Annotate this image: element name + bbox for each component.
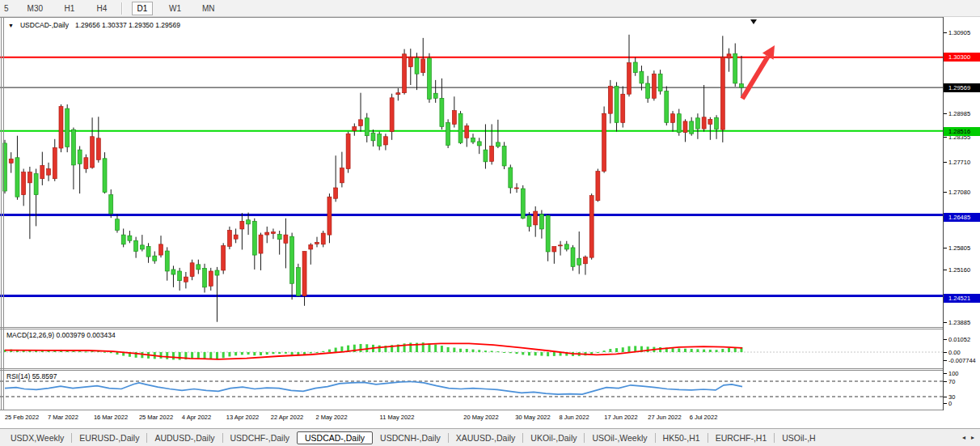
- tab-usdcad-daily[interactable]: USDCAD-,Daily: [297, 431, 373, 444]
- tab-eurusd-daily[interactable]: EURUSD-,Daily: [72, 432, 146, 444]
- date-tick-label: 20 May 2022: [463, 414, 498, 421]
- macd-label: MACD(12,26,9) 0.003979 0.003434: [6, 331, 116, 339]
- date-tick-label: 25 Feb 2022: [5, 414, 39, 421]
- axis-tick-label: 1.27710: [944, 158, 970, 166]
- timeframe-w1[interactable]: W1: [164, 2, 186, 15]
- axis-tick-label: 1.27080: [944, 188, 970, 196]
- tab-xauusd-daily[interactable]: XAUUSD-,Daily: [449, 432, 523, 444]
- tab-eurchf-h1[interactable]: EURCHF-,H1: [708, 432, 775, 444]
- axis-tick-label: 0.00: [944, 348, 961, 356]
- date-tick-label: 7 Mar 2022: [48, 414, 78, 421]
- horizontal-levels[interactable]: [0, 57, 943, 296]
- tab-audusd-daily[interactable]: AUDUSD-,Daily: [147, 432, 222, 444]
- tab-usdchf-daily[interactable]: USDCHF-,Daily: [223, 432, 298, 444]
- timeframe-toolbar: 5M30H1H4D1W1MN: [0, 0, 980, 17]
- tab-usoil-h[interactable]: USOil-,H: [775, 432, 822, 444]
- date-tick-label: 13 Apr 2022: [226, 414, 259, 421]
- timeframe-h4[interactable]: H4: [91, 2, 112, 15]
- axis-tick-label: 1.28985: [944, 109, 970, 117]
- date-tick-label: 4 Apr 2022: [182, 414, 211, 421]
- axis-tick-label: 0.01052: [944, 335, 970, 343]
- date-tick-label: 2 May 2022: [315, 414, 347, 421]
- date-tick-label: 11 May 2022: [380, 414, 415, 421]
- tab-ukoil-daily[interactable]: UKOil-,Daily: [523, 432, 584, 444]
- candlestick-series: [3, 35, 744, 322]
- timeframe-d1[interactable]: D1: [132, 2, 153, 15]
- axis-tick-label: 1.25160: [944, 265, 970, 274]
- ohlc-label: 1.29656 1.30337 1.29350 1.29569: [75, 21, 180, 29]
- price-badge: 1.29569: [944, 83, 980, 92]
- price-badge: 1.28516: [944, 127, 980, 136]
- date-tick-label: 16 Mar 2022: [94, 414, 128, 421]
- chart-title: ▼ USDCAD-,Daily 1.29656 1.30337 1.29350 …: [8, 21, 180, 29]
- chart-canvas[interactable]: [0, 17, 980, 410]
- price-badge: 1.24521: [944, 294, 980, 303]
- timeframe-5[interactable]: 5: [2, 2, 11, 15]
- symbol-label: USDCAD-,Daily: [20, 21, 69, 29]
- trend-arrow-annotation[interactable]: [742, 45, 775, 99]
- timeframe-h1[interactable]: H1: [59, 2, 80, 15]
- axis-tick-label: -0.007744: [944, 356, 976, 364]
- chart-panel[interactable]: ▼ USDCAD-,Daily 1.29656 1.30337 1.29350 …: [0, 17, 980, 410]
- date-tick-label: 27 Jun 2022: [648, 414, 681, 421]
- tab-scroll-left-icon[interactable]: ◂: [962, 434, 965, 441]
- chevron-down-icon[interactable]: ▼: [8, 23, 14, 28]
- axis-tick-label: 1.25805: [944, 244, 970, 252]
- toolbar-separator: [121, 2, 123, 15]
- date-tick-label: 8 Jun 2022: [559, 414, 589, 421]
- date-tick-label: 30 May 2022: [515, 414, 550, 421]
- date-tick-label: 25 Mar 2022: [139, 414, 173, 421]
- timeframe-m30[interactable]: M30: [23, 2, 48, 15]
- tab-usdx-weekly[interactable]: USDX,Weekly: [3, 432, 71, 444]
- chart-tabs: USDX,WeeklyEURUSD-,DailyAUDUSD-,DailyUSD…: [0, 428, 980, 446]
- tab-usdcnh-daily[interactable]: USDCNH-,Daily: [373, 432, 448, 444]
- price-axis[interactable]: 1.309051.289851.283551.277101.270801.258…: [944, 17, 980, 427]
- tab-scroll-controls: ◂▸: [962, 434, 977, 441]
- date-tick-label: 6 Jul 2022: [690, 414, 718, 421]
- time-axis[interactable]: 25 Feb 20227 Mar 202216 Mar 202225 Mar 2…: [0, 410, 944, 428]
- price-badge: 1.30300: [944, 53, 980, 62]
- rsi-label: RSI(14) 55.8597: [6, 372, 57, 380]
- timeframe-mn[interactable]: MN: [197, 2, 220, 15]
- axis-tick-label: 0: [944, 399, 952, 407]
- axis-tick-label: 1.23885: [944, 318, 970, 326]
- price-badge: 1.26485: [944, 213, 980, 222]
- tab-hk50-h1[interactable]: HK50-,H1: [656, 432, 708, 444]
- date-tick-label: 22 Apr 2022: [271, 414, 303, 421]
- date-tick-label: 17 Jun 2022: [604, 414, 637, 421]
- rsi-line: [5, 382, 742, 395]
- axis-tick-label: 100: [944, 369, 959, 377]
- axis-tick-label: 70: [944, 377, 955, 385]
- tab-scroll-right-icon[interactable]: ▸: [971, 434, 974, 441]
- trading-platform-window: 5M30H1H4D1W1MN ▼ USDCAD-,Daily 1.29656 1…: [0, 0, 980, 446]
- axis-tick-label: 1.30905: [944, 28, 970, 36]
- object-anchor-icon[interactable]: [750, 19, 757, 24]
- tab-usoil-weekly[interactable]: USOil-,Weekly: [585, 432, 654, 444]
